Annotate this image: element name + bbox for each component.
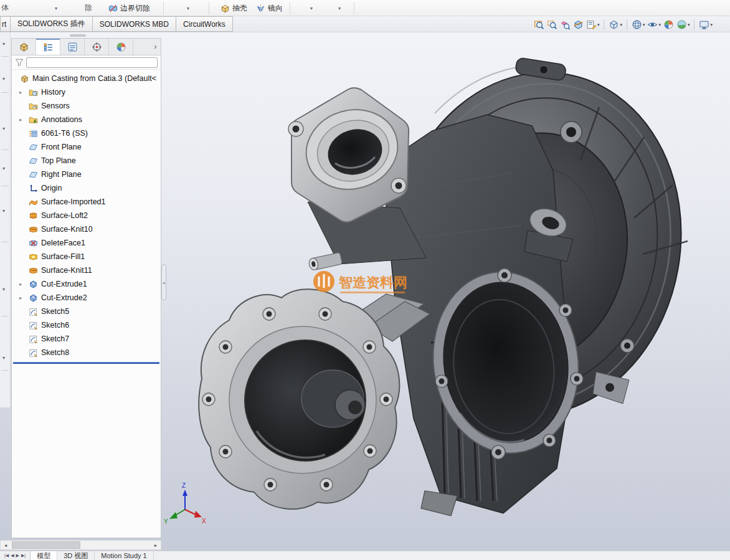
tree-item[interactable]: Sketch8 (12, 346, 161, 359)
tree-item[interactable]: ▸Cut-Extrude2 (12, 291, 161, 305)
dropdown-caret-icon[interactable]: ▾ (187, 6, 189, 11)
panel-tab-property[interactable] (60, 39, 85, 55)
tree-item[interactable]: Top Plane (12, 154, 161, 168)
toolbar-separator (627, 19, 627, 30)
tree-item[interactable]: Origin (12, 181, 161, 195)
zoom-area-button[interactable] (546, 19, 559, 31)
tree-filter-input[interactable] (26, 57, 158, 68)
tree-item[interactable]: Sensors (12, 99, 161, 113)
commandmanager-tab-2[interactable]: CircuitWorks (176, 16, 233, 32)
surface-fill-icon (29, 252, 38, 262)
rollback-bar[interactable] (13, 362, 159, 364)
collapsed-toolbar-caret-icon[interactable]: ▾ (2, 287, 5, 292)
dropdown-caret-icon[interactable]: ▾ (597, 22, 600, 27)
filter-funnel-icon[interactable] (15, 58, 24, 67)
tree-item-label: Surface-Knit11 (41, 266, 92, 275)
panel-tab-overflow-button[interactable]: › (150, 39, 161, 55)
document-tab-2[interactable]: Motion Study 1 (95, 551, 153, 560)
annotation-view-button[interactable]: ▾ (585, 19, 601, 31)
tree-item[interactable]: Surface-Loft2 (12, 209, 161, 222)
edit-appearance-button[interactable] (662, 19, 675, 31)
commandmanager-tab-0[interactable]: SOLIDWORKS 插件 (11, 16, 93, 32)
inlet-boss[interactable] (288, 88, 426, 264)
tree-item[interactable]: Sketch7 (12, 332, 161, 346)
tree-item[interactable]: Sketch6 (12, 318, 161, 332)
tree-item[interactable]: Surface-Imported1 (12, 195, 161, 209)
zoom-previous-button[interactable] (559, 19, 572, 31)
dropdown-caret-icon[interactable]: ▾ (55, 6, 57, 11)
panel-tab-display[interactable] (109, 39, 133, 55)
tree-item[interactable]: Surface-Knit11 (12, 263, 161, 277)
tree-item[interactable]: DeleteFace1 (12, 236, 161, 250)
tree-item[interactable]: ▸Cut-Extrude1 (12, 277, 161, 291)
commandmanager-tab-clipped[interactable]: rt (0, 16, 11, 32)
expand-arrow-icon[interactable]: ▸ (19, 116, 29, 123)
tree-item[interactable]: Sketch5 (12, 305, 161, 318)
hide-show-button[interactable]: ▾ (646, 19, 662, 31)
front-flange[interactable] (199, 289, 399, 509)
collapsed-toolbar-caret-icon[interactable]: ▾ (2, 76, 5, 82)
expand-arrow-icon[interactable]: ▸ (19, 89, 29, 95)
section-view-button[interactable] (572, 19, 585, 31)
ribbon-button-mirror[interactable]: 镜向 (252, 1, 287, 15)
small-pipe-boss[interactable] (308, 252, 343, 270)
tree-item[interactable]: ▸AAnnotations (12, 113, 161, 126)
dropdown-caret-icon[interactable]: ▾ (658, 22, 661, 27)
tree-horizontal-scrollbar[interactable]: ◄ ► (0, 540, 161, 550)
expand-arrow-icon[interactable]: ▸ (19, 281, 29, 287)
annotation-view-icon (586, 19, 597, 30)
dropdown-caret-icon[interactable]: ▾ (338, 6, 341, 11)
tree-item[interactable]: Surface-Knit10 (12, 222, 161, 236)
panel-drag-handle[interactable] (70, 34, 86, 37)
scrollbar-thumb[interactable] (12, 541, 80, 549)
collapsed-toolbar-caret-icon[interactable]: ▾ (2, 355, 5, 361)
svg-text:A: A (34, 118, 37, 123)
view-orientation-button[interactable]: ▾ (607, 19, 623, 31)
tree-root-item[interactable]: Main Casting from Catia.3 (Default< (12, 72, 161, 85)
tree-item[interactable]: Surface-Fill1 (12, 250, 161, 263)
expand-arrow-icon[interactable]: ▸ (19, 295, 29, 301)
panel-tab-tree-list[interactable] (36, 39, 60, 55)
dropdown-caret-icon[interactable]: ▾ (710, 22, 713, 27)
scroll-left-arrow-icon[interactable]: ◄ (1, 541, 11, 549)
dropdown-caret-icon[interactable]: ▾ (643, 22, 645, 27)
triad-x-label: X (202, 518, 206, 524)
display-style-button[interactable]: ▾ (630, 19, 647, 31)
dropdown-caret-icon[interactable]: ▾ (688, 22, 690, 27)
tree-item[interactable]: 6061-T6 (SS) (12, 126, 161, 140)
ribbon-button-shell[interactable]: 抽壳 (217, 1, 251, 15)
panel-tab-feature-tree[interactable] (12, 39, 36, 55)
ribbon-toolbar: 体 ▾ 除 边界切除 ▾ 抽壳 镜向 ▾ ▾ (0, 0, 730, 16)
panel-tab-dimxpert[interactable] (85, 39, 109, 55)
tab-nav-next-icon[interactable]: ▶ (16, 553, 19, 558)
model-tab-navigation[interactable]: |◀ ◀ ▶ ▶| (0, 551, 30, 560)
ribbon-button-boundary-cut[interactable]: 边界切除 (105, 1, 154, 15)
apply-scene-button[interactable]: ▾ (675, 19, 691, 31)
collapsed-toolbar-caret-icon[interactable]: ▾ (2, 208, 5, 214)
view-settings-button[interactable]: ▾ (698, 19, 714, 31)
dropdown-caret-icon[interactable]: ▾ (310, 6, 313, 11)
document-tab-1[interactable]: 3D 视图 (57, 551, 95, 560)
collapsed-toolbar-caret-icon[interactable]: ▾ (2, 41, 5, 47)
tree-item[interactable]: ▸History (12, 85, 161, 99)
zoom-fit-button[interactable] (533, 19, 546, 31)
panel-splitter-handle[interactable]: ◂ (161, 264, 166, 300)
toolbar-separator (163, 2, 164, 14)
annotations-icon: A (29, 115, 38, 125)
commandmanager-tab-1[interactable]: SOLIDWORKS MBD (93, 16, 176, 32)
tree-item-label: Surface-Loft2 (41, 211, 88, 220)
dropdown-caret-icon[interactable]: ▾ (620, 22, 622, 27)
tree-item[interactable]: Front Plane (12, 140, 161, 154)
tab-nav-last-icon[interactable]: ▶| (21, 553, 26, 558)
tree-item-label: Right Plane (41, 170, 82, 179)
document-tab-0[interactable]: 模型 (30, 551, 57, 560)
tree-item[interactable]: Right Plane (12, 168, 161, 181)
collapsed-toolbar-caret-icon[interactable]: ▾ (2, 126, 5, 131)
tab-nav-prev-icon[interactable]: ◀ (11, 553, 14, 558)
scrollbar-track[interactable] (11, 541, 151, 549)
toolbar-separator (1, 316, 9, 316)
scroll-right-arrow-icon[interactable]: ► (151, 541, 161, 549)
tab-nav-first-icon[interactable]: |◀ (4, 553, 9, 558)
model-3d-canvas[interactable]: 智造资料网 Z Y X (163, 32, 730, 551)
collapsed-toolbar-caret-icon[interactable]: ▾ (2, 166, 5, 171)
